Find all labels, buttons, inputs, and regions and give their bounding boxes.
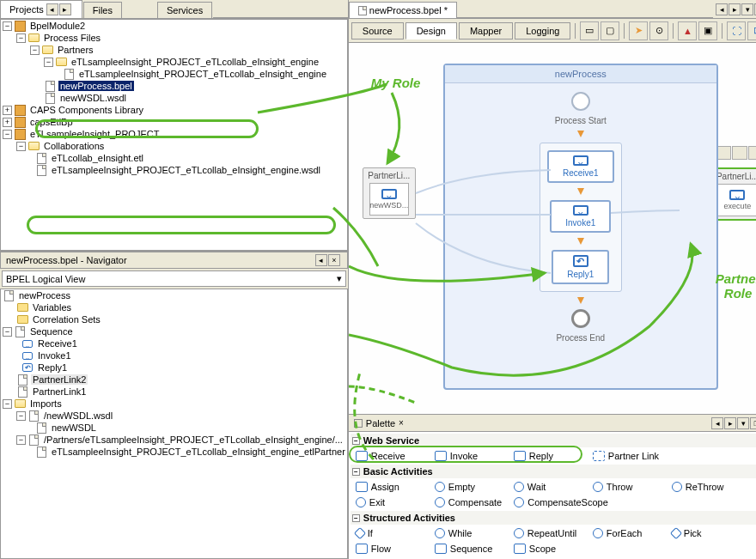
end-node-icon[interactable] xyxy=(571,309,590,328)
tool-expand-icon[interactable]: ⛶ xyxy=(727,21,746,40)
partner-link-left[interactable]: PartnerLi... newWSD... xyxy=(363,167,416,219)
palette-partnerlink[interactable]: Partner Link xyxy=(588,449,665,463)
close-icon[interactable]: × xyxy=(399,418,404,428)
palette-foreach[interactable]: ForEach xyxy=(588,526,665,540)
palette-next-icon[interactable]: ▸ xyxy=(724,417,736,429)
palette-while[interactable]: While xyxy=(430,526,507,540)
palette-wait[interactable]: Wait xyxy=(509,480,586,494)
tree-item[interactable]: Process Files xyxy=(42,33,102,43)
palette-if[interactable]: If xyxy=(351,526,428,540)
expand-icon[interactable]: + xyxy=(3,118,12,127)
collapse-icon[interactable]: − xyxy=(16,435,26,445)
tree-item[interactable]: eTLsampleeInsight_PROJECT_eTLcollab_eIns… xyxy=(50,165,322,175)
tree-item[interactable]: eTLsampleeInsight_PROJECT_eTLcollab_eIns… xyxy=(77,69,328,79)
collapse-icon[interactable]: − xyxy=(3,327,12,337)
expand-icon[interactable]: + xyxy=(3,106,12,115)
tree-item[interactable]: Receive1 xyxy=(36,338,79,349)
tree-item[interactable]: Reply1 xyxy=(36,362,69,373)
dropdown-icon[interactable]: ▾ xyxy=(741,3,753,15)
projects-tree[interactable]: −BpelModule2 −Process Files −Partners −e… xyxy=(0,19,348,251)
tree-item[interactable]: Invoke1 xyxy=(36,350,73,361)
palette-invoke[interactable]: Invoke xyxy=(430,449,507,463)
invoke-activity[interactable]: Invoke1 xyxy=(550,200,611,233)
view-mapper[interactable]: Mapper xyxy=(459,22,513,39)
tool-collapse-icon[interactable]: ⊡ xyxy=(747,21,756,40)
tree-item[interactable]: newWSDL.wsdl xyxy=(58,93,128,103)
start-node-icon[interactable] xyxy=(571,92,590,111)
view-source[interactable]: Source xyxy=(351,22,404,39)
tree-item[interactable]: eTLsampleeInsight_PROJECT_eTLcollab_eIns… xyxy=(70,57,320,67)
nav-prev-icon[interactable]: ◂ xyxy=(315,254,327,266)
tree-item[interactable]: Imports xyxy=(28,398,64,409)
collapse-icon[interactable]: − xyxy=(16,33,26,43)
tree-item[interactable]: eTLsampleeInsight_PROJECT xyxy=(28,129,161,139)
tree-item[interactable]: newProcess xyxy=(17,290,72,301)
view-logging[interactable]: Logging xyxy=(515,22,570,39)
tree-item[interactable]: /newWSDL.wsdl xyxy=(42,410,114,421)
tool-rect-icon[interactable]: ▢ xyxy=(601,21,619,40)
palette-prev-icon[interactable]: ◂ xyxy=(711,417,723,429)
palette-flow[interactable]: Flow xyxy=(351,542,428,556)
tab-next-icon[interactable]: ▸ xyxy=(59,3,71,15)
tree-item[interactable]: Sequence xyxy=(28,326,75,337)
palette-empty[interactable]: Empty xyxy=(430,480,507,494)
tool-select-icon[interactable]: ▭ xyxy=(580,21,599,40)
collapse-icon[interactable]: − xyxy=(352,468,360,476)
collapse-icon[interactable]: − xyxy=(3,399,12,409)
palette-rethrow[interactable]: ReThrow xyxy=(667,480,744,494)
tree-item[interactable]: eTLsampleeInsight_PROJECT_eTLcollab_eIns… xyxy=(50,447,347,457)
scroll-left-icon[interactable]: ◂ xyxy=(716,3,728,15)
tool-cursor-icon[interactable]: ➤ xyxy=(629,21,648,40)
palette-repeat[interactable]: RepeatUntil xyxy=(509,526,586,540)
partner-tool-icon[interactable] xyxy=(732,146,747,160)
palette-drop-icon[interactable]: ▾ xyxy=(737,417,749,429)
tree-item[interactable]: PartnerLink2 xyxy=(31,374,88,385)
collapse-icon[interactable]: − xyxy=(3,130,12,139)
collapse-icon[interactable]: − xyxy=(352,437,360,445)
tree-item[interactable]: Collaborations xyxy=(42,141,106,151)
tab-files[interactable]: Files xyxy=(83,2,122,18)
partner-tool-icon[interactable] xyxy=(716,146,731,160)
tree-item[interactable]: PartnerLink1 xyxy=(31,386,88,397)
collapse-icon[interactable]: − xyxy=(16,411,26,421)
tree-item[interactable]: /Partners/eTLsampleeInsight_PROJECT_eTLc… xyxy=(42,434,344,445)
palette-exit[interactable]: Exit xyxy=(351,495,428,509)
collapse-icon[interactable]: − xyxy=(16,142,26,151)
palette-compscope[interactable]: CompensateScope xyxy=(509,495,613,509)
palette-throw[interactable]: Throw xyxy=(588,480,665,494)
scroll-right-icon[interactable]: ▸ xyxy=(729,3,741,15)
view-design[interactable]: Design xyxy=(405,22,457,39)
close-icon[interactable]: × xyxy=(328,254,340,266)
palette-receive[interactable]: Receive xyxy=(351,449,428,463)
reply-activity[interactable]: ↶ Reply1 xyxy=(552,250,609,284)
palette-scope[interactable]: Scope xyxy=(509,542,586,556)
collapse-icon[interactable]: − xyxy=(3,21,12,31)
palette-max-icon[interactable]: □ xyxy=(750,417,756,429)
tree-item[interactable]: Variables xyxy=(31,302,73,313)
tab-projects[interactable]: Projects ◂ ▸ xyxy=(0,0,82,18)
tree-item[interactable]: CAPS Components Library xyxy=(28,105,145,115)
view-dropdown[interactable]: BPEL Logical View ▾ xyxy=(2,270,346,287)
collapse-icon[interactable]: − xyxy=(30,46,40,55)
tree-item[interactable]: Partners xyxy=(56,45,95,55)
tree-item[interactable]: newWSDL xyxy=(50,422,98,433)
tree-item[interactable]: capsEtlBp xyxy=(28,117,75,127)
collapse-icon[interactable]: − xyxy=(44,58,53,67)
collapse-icon[interactable]: − xyxy=(352,514,360,522)
palette-reply[interactable]: Reply xyxy=(509,449,586,463)
navigator-tree[interactable]: newProcess Variables Correlation Sets −S… xyxy=(0,289,348,559)
tree-item[interactable]: eTLcollab_eInsight.etl xyxy=(50,153,145,163)
palette-pick[interactable]: Pick xyxy=(667,526,744,540)
tree-item[interactable]: BpelModule2 xyxy=(28,21,87,31)
tree-item-selected[interactable]: newProcess.bpel xyxy=(58,81,134,91)
tool-validate-icon[interactable]: ▲ xyxy=(678,21,697,40)
tool-zoom-icon[interactable]: ⊙ xyxy=(649,21,668,40)
tab-prev-icon[interactable]: ◂ xyxy=(46,3,58,15)
editor-tab[interactable]: newProcess.bpel * xyxy=(349,2,457,18)
tab-services[interactable]: Services xyxy=(157,2,212,18)
palette-sequence[interactable]: Sequence xyxy=(430,542,507,556)
tool-fit-icon[interactable]: ▣ xyxy=(698,21,717,40)
palette-assign[interactable]: Assign xyxy=(351,480,428,494)
palette-compensate[interactable]: Compensate xyxy=(430,495,507,509)
tree-item[interactable]: Correlation Sets xyxy=(31,314,102,325)
